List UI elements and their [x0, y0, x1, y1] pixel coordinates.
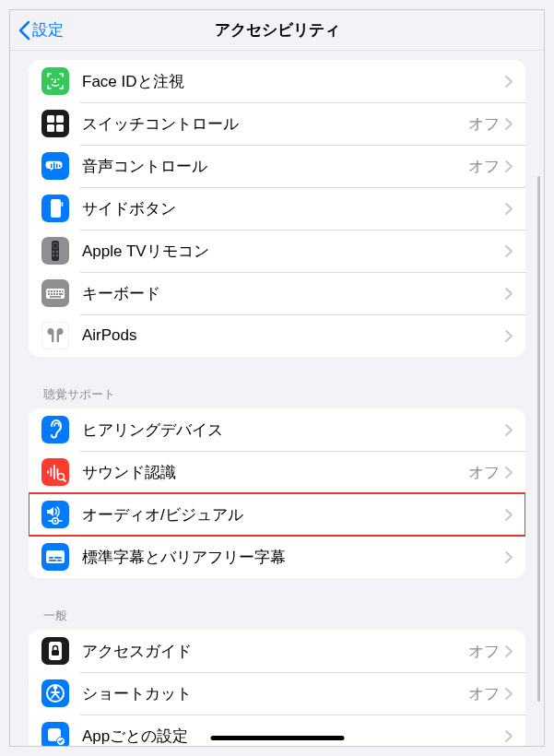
svg-rect-5	[56, 115, 64, 123]
airpods-icon	[41, 322, 69, 349]
settings-row-voice-control[interactable]: 音声コントロールオフ	[29, 145, 525, 187]
svg-rect-54	[54, 557, 62, 559]
svg-point-48	[54, 520, 56, 522]
row-status: オフ	[468, 683, 500, 704]
guided-access-icon	[41, 637, 69, 665]
apple-tv-remote-icon	[41, 237, 69, 265]
svg-point-19	[53, 251, 54, 253]
svg-rect-29	[59, 290, 61, 292]
shortcut-icon	[41, 679, 69, 707]
chevron-right-icon	[505, 645, 513, 657]
svg-rect-37	[41, 322, 69, 349]
row-status: オフ	[468, 156, 500, 177]
chevron-right-icon	[505, 688, 513, 700]
settings-row-subtitles[interactable]: 標準字幕とバリアフリー字幕	[29, 536, 525, 578]
row-label: AirPods	[82, 326, 505, 345]
scrollbar[interactable]	[537, 176, 540, 702]
voice-control-icon	[41, 152, 69, 180]
svg-rect-36	[50, 296, 61, 298]
settings-row-apple-tv[interactable]: Apple TVリモコン	[29, 230, 525, 272]
settings-row-airpods[interactable]: AirPods	[29, 314, 525, 357]
row-status: オフ	[468, 462, 500, 483]
per-app-icon	[41, 722, 69, 747]
row-label: スイッチコントロール	[82, 113, 468, 135]
svg-point-20	[56, 251, 58, 253]
home-indicator[interactable]	[210, 736, 344, 740]
row-label: Apple TVリモコン	[82, 241, 505, 262]
svg-rect-28	[56, 290, 58, 292]
ear-icon	[41, 416, 69, 443]
svg-rect-6	[47, 124, 54, 132]
subtitles-icon	[41, 543, 69, 571]
side-button-icon	[41, 195, 69, 222]
row-status: オフ	[468, 113, 500, 135]
settings-row-sound-recognition[interactable]: サウンド認識オフ	[29, 451, 525, 493]
svg-rect-12	[59, 165, 61, 168]
chevron-right-icon	[505, 203, 513, 215]
chevron-right-icon	[505, 160, 513, 172]
svg-rect-42	[53, 465, 55, 479]
svg-rect-30	[62, 290, 64, 292]
svg-rect-9	[51, 164, 53, 169]
svg-rect-11	[56, 164, 58, 169]
row-label: 標準字幕とバリアフリー字幕	[82, 547, 505, 568]
chevron-right-icon	[505, 467, 513, 478]
settings-row-shortcut[interactable]: ショートカットオフ	[29, 672, 525, 715]
svg-rect-41	[51, 467, 53, 477]
settings-row-audio-visual[interactable]: オーディオ/ビジュアル	[29, 493, 525, 536]
settings-list: ヒアリングデバイス サウンド認識オフ オーディオ/ビジュアル 標準字幕とバリアフ…	[29, 408, 525, 578]
svg-rect-53	[49, 557, 53, 559]
svg-point-22	[56, 254, 58, 256]
settings-content: Face IDと注視 スイッチコントロールオフ 音声コントロールオフ サイドボタ…	[10, 60, 544, 747]
chevron-right-icon	[505, 509, 513, 521]
svg-rect-40	[47, 470, 49, 474]
settings-row-keyboard[interactable]: キーボード	[29, 272, 525, 314]
row-label: キーボード	[82, 283, 505, 304]
settings-row-face-id[interactable]: Face IDと注視	[29, 60, 525, 102]
svg-rect-17	[52, 241, 59, 261]
svg-rect-31	[48, 293, 50, 295]
chevron-right-icon	[505, 245, 513, 257]
svg-rect-10	[53, 162, 55, 170]
settings-row-guided-access[interactable]: アクセスガイドオフ	[29, 630, 525, 672]
svg-rect-56	[57, 560, 62, 561]
audio-visual-icon	[41, 501, 69, 528]
section-header: 聴覚サポート	[29, 366, 525, 408]
chevron-right-icon	[505, 424, 513, 436]
page-title: アクセシビリティ	[215, 19, 340, 41]
svg-rect-34	[56, 293, 58, 295]
row-label: ヒアリングデバイス	[82, 419, 505, 441]
chevron-right-icon	[505, 288, 513, 300]
back-button[interactable]: 設定	[18, 19, 64, 41]
settings-list: Face IDと注視 スイッチコントロールオフ 音声コントロールオフ サイドボタ…	[29, 60, 525, 357]
svg-rect-25	[48, 290, 50, 292]
section-header: 一般	[29, 587, 525, 630]
svg-rect-27	[53, 290, 55, 292]
settings-row-side-button[interactable]: サイドボタン	[29, 187, 525, 230]
svg-point-1	[52, 78, 53, 80]
row-status: オフ	[468, 641, 500, 662]
settings-row-hearing-devices[interactable]: ヒアリングデバイス	[29, 408, 525, 451]
row-label: オーディオ/ビジュアル	[82, 504, 505, 526]
svg-point-21	[53, 254, 54, 256]
sound-recognition-icon	[41, 458, 69, 486]
row-label: アクセスガイド	[82, 641, 468, 662]
keyboard-icon	[41, 279, 69, 307]
svg-point-2	[58, 78, 60, 80]
phone-frame: 設定 アクセシビリティ Face IDと注視 スイッチコントロールオフ 音声コン…	[9, 9, 545, 747]
row-label: 音声コントロール	[82, 156, 468, 177]
switch-control-icon	[41, 110, 69, 137]
svg-rect-59	[52, 650, 59, 656]
settings-row-per-app[interactable]: Appごとの設定	[29, 715, 525, 747]
settings-row-switch-control[interactable]: スイッチコントロールオフ	[29, 102, 525, 145]
svg-rect-15	[62, 202, 64, 207]
chevron-left-icon	[18, 20, 30, 41]
svg-rect-55	[49, 560, 56, 561]
svg-rect-14	[51, 199, 61, 218]
row-label: サウンド認識	[82, 462, 468, 483]
row-label: ショートカット	[82, 683, 468, 704]
svg-rect-7	[56, 124, 64, 132]
row-label: サイドボタン	[82, 198, 505, 219]
chevron-right-icon	[505, 730, 513, 742]
svg-rect-35	[59, 293, 64, 295]
